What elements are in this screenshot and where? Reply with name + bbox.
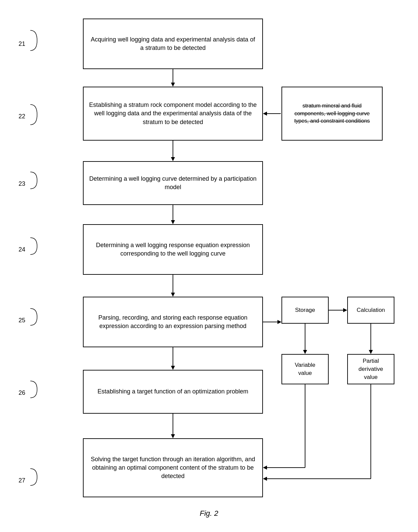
box-storage: Storage bbox=[281, 297, 329, 324]
box-4-text: Determining a well logging response equa… bbox=[89, 241, 257, 258]
svg-marker-13 bbox=[263, 112, 267, 116]
svg-marker-19 bbox=[303, 350, 307, 354]
box-7: Solving the target function through an i… bbox=[83, 438, 263, 497]
svg-marker-9 bbox=[171, 366, 175, 370]
box-7-text: Solving the target function through an i… bbox=[89, 455, 257, 481]
label-25: 25 bbox=[19, 317, 25, 324]
box-partial-derivative: Partial derivative value bbox=[347, 354, 394, 384]
svg-marker-24 bbox=[263, 466, 267, 470]
label-26: 26 bbox=[19, 389, 25, 396]
svg-marker-15 bbox=[277, 320, 281, 324]
svg-marker-3 bbox=[171, 157, 175, 161]
svg-marker-7 bbox=[171, 293, 175, 297]
box-variable-value: Variable value bbox=[281, 354, 329, 384]
box-2-side-text: stratum mineral and fluid components, we… bbox=[287, 102, 377, 125]
box-variable-value-text: Variable value bbox=[287, 361, 323, 377]
box-2-text: Establishing a stratum rock component mo… bbox=[89, 101, 257, 126]
label-21: 21 bbox=[19, 40, 25, 48]
box-5: Parsing, recording, and storing each res… bbox=[83, 297, 263, 347]
box-calculation: Calculation bbox=[347, 297, 394, 324]
box-calculation-text: Calculation bbox=[357, 306, 385, 314]
label-22: 22 bbox=[19, 113, 25, 120]
box-2-side: stratum mineral and fluid components, we… bbox=[281, 87, 383, 141]
svg-marker-1 bbox=[171, 83, 175, 87]
label-23: 23 bbox=[19, 180, 25, 187]
box-2: Establishing a stratum rock component mo… bbox=[83, 87, 263, 141]
box-4: Determining a well logging response equa… bbox=[83, 224, 263, 275]
box-storage-text: Storage bbox=[295, 306, 315, 314]
diagram-container: Acquiring well logging data and experime… bbox=[0, 0, 418, 532]
figure-label: Fig. 2 bbox=[175, 509, 243, 518]
label-27: 27 bbox=[19, 477, 25, 484]
svg-marker-17 bbox=[343, 308, 347, 312]
box-3: Determining a well logging curve determi… bbox=[83, 161, 263, 205]
box-3-text: Determining a well logging curve determi… bbox=[89, 175, 257, 191]
box-1-text: Acquiring well logging data and experime… bbox=[89, 35, 257, 52]
box-partial-derivative-text: Partial derivative value bbox=[353, 357, 389, 381]
label-24: 24 bbox=[19, 246, 25, 253]
box-6: Establishing a target function of an opt… bbox=[83, 370, 263, 414]
box-1: Acquiring well logging data and experime… bbox=[83, 19, 263, 69]
svg-marker-11 bbox=[171, 434, 175, 438]
svg-marker-5 bbox=[171, 220, 175, 224]
box-6-text: Establishing a target function of an opt… bbox=[97, 387, 248, 396]
svg-marker-21 bbox=[369, 350, 373, 354]
box-5-text: Parsing, recording, and storing each res… bbox=[89, 314, 257, 330]
svg-marker-27 bbox=[263, 477, 267, 481]
